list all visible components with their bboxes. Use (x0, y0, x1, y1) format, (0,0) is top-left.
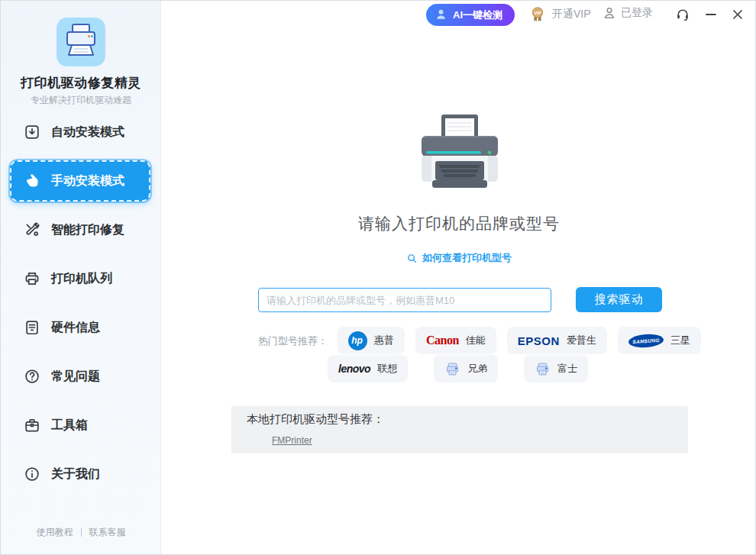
hardware-card-icon (24, 319, 40, 336)
epson-logo: EPSON (518, 334, 560, 347)
support-headset-button[interactable] (674, 5, 692, 24)
local-drivers-links: FMPrinter (272, 435, 312, 446)
sidebar-item-2[interactable]: 智能打印修复 (1, 205, 161, 254)
brand-name-label: 佳能 (466, 334, 486, 347)
brand-chip-5[interactable]: 兄弟 (434, 355, 498, 382)
minimize-button[interactable] (702, 5, 720, 24)
vip-medal-icon: VIP (528, 5, 547, 24)
question-circle-icon (24, 368, 40, 385)
brand-chip-1[interactable]: Canon佳能 (415, 327, 496, 354)
printer-illustration (415, 114, 504, 192)
brand-name-label: 三星 (670, 334, 690, 347)
sidebar-item-label: 打印机队列 (51, 271, 112, 287)
brand-name-label: 惠普 (374, 334, 394, 347)
toolbox-icon (24, 417, 40, 434)
app-subtitle: 专业解决打印机驱动难题 (1, 94, 161, 107)
download-box-icon (24, 124, 40, 140)
local-driver-link-0[interactable]: FMPrinter (272, 435, 312, 446)
login-status-label: 已登录 (621, 6, 653, 20)
ai-detect-label: AI一键检测 (453, 8, 502, 22)
search-input[interactable] (258, 288, 551, 312)
brand-row-2: lenovo联想兄弟富士 (328, 355, 588, 382)
sidebar-menu: 自动安装模式手动安装模式智能打印修复打印机队列硬件信息常见问题工具箱关于我们 (1, 108, 161, 499)
how-to-find-model-link[interactable]: 如何查看打印机型号 (161, 251, 756, 265)
canon-logo: Canon (426, 334, 459, 347)
sidebar-item-label: 手动安装模式 (51, 173, 124, 189)
sidebar-item-label: 关于我们 (51, 466, 100, 482)
account-status[interactable]: 已登录 (602, 5, 653, 21)
sidebar-item-1[interactable]: 手动安装模式 (1, 156, 161, 205)
brand-name-label: 富士 (557, 362, 577, 376)
sidebar-item-label: 智能打印修复 (51, 222, 124, 238)
close-icon (732, 8, 744, 21)
brand-row-1: hp惠普Canon佳能EPSON爱普生SAMSUNG三星 (338, 327, 701, 354)
brand-chip-3[interactable]: SAMSUNG三星 (618, 327, 701, 354)
brand-name-label: 兄弟 (467, 362, 487, 376)
how-to-find-model-label: 如何查看打印机型号 (422, 251, 512, 265)
sidebar: 打印机驱动修复精灵 专业解决打印机驱动难题 自动安装模式手动安装模式智能打印修复… (1, 1, 161, 555)
close-button[interactable] (729, 5, 747, 24)
generic-printer-icon (535, 361, 551, 377)
svg-text:VIP: VIP (534, 11, 541, 15)
sidebar-item-label: 工具箱 (51, 418, 88, 434)
sidebar-item-label: 自动安装模式 (51, 124, 124, 140)
sidebar-item-label: 常见问题 (51, 369, 100, 385)
app-window: 打印机驱动修复精灵 专业解决打印机驱动难题 自动安装模式手动安装模式智能打印修复… (0, 0, 756, 555)
tutorial-link[interactable]: 使用教程 (37, 527, 73, 537)
brand-name-label: 联想 (377, 362, 397, 376)
info-circle-icon (24, 466, 40, 482)
sidebar-footer: 使用教程联系客服 (1, 526, 161, 539)
sidebar-item-3[interactable]: 打印机队列 (1, 254, 161, 303)
sidebar-item-4[interactable]: 硬件信息 (1, 303, 161, 352)
tools-icon (24, 221, 40, 238)
brand-chip-6[interactable]: 富士 (524, 355, 588, 382)
brand-name-label: 爱普生 (567, 334, 596, 347)
brand-chip-4[interactable]: lenovo联想 (328, 355, 408, 382)
open-vip-label: 开通VIP (552, 8, 591, 21)
local-drivers-title: 本地打印机驱动型号推荐： (247, 412, 384, 427)
lenovo-logo: lenovo (338, 363, 370, 375)
sidebar-item-5[interactable]: 常见问题 (1, 352, 161, 401)
minimize-icon (705, 8, 717, 21)
footer-divider (81, 528, 82, 537)
contact-support-link[interactable]: 联系客服 (89, 527, 126, 537)
sidebar-item-label: 硬件信息 (51, 320, 100, 336)
magnifier-icon (406, 253, 418, 264)
open-vip-button[interactable]: VIP 开通VIP (528, 5, 591, 24)
app-logo-icon (57, 18, 105, 66)
app-title: 打印机驱动修复精灵 (1, 74, 161, 92)
ai-detect-button[interactable]: AI一键检测 (426, 4, 515, 26)
sidebar-item-7[interactable]: 关于我们 (1, 450, 161, 499)
local-drivers-panel: 本地打印机驱动型号推荐： FMPrinter (231, 406, 688, 453)
sidebar-item-6[interactable]: 工具箱 (1, 401, 161, 450)
samsung-logo-icon: SAMSUNG (628, 333, 664, 348)
user-icon (602, 5, 617, 21)
generic-printer-icon (444, 361, 460, 377)
search-driver-button[interactable]: 搜索驱动 (576, 287, 662, 312)
hand-cursor-icon (24, 173, 40, 189)
ai-robot-icon (434, 8, 448, 22)
hot-models-label: 热门型号推荐： (258, 334, 328, 348)
hp-logo-icon: hp (348, 331, 367, 350)
printer-icon (24, 270, 40, 287)
brand-chip-0[interactable]: hp惠普 (338, 327, 405, 354)
headset-icon (675, 7, 690, 22)
brand-chip-2[interactable]: EPSON爱普生 (507, 327, 607, 354)
sidebar-item-0[interactable]: 自动安装模式 (1, 108, 161, 156)
page-title: 请输入打印机的品牌或型号 (161, 213, 756, 234)
